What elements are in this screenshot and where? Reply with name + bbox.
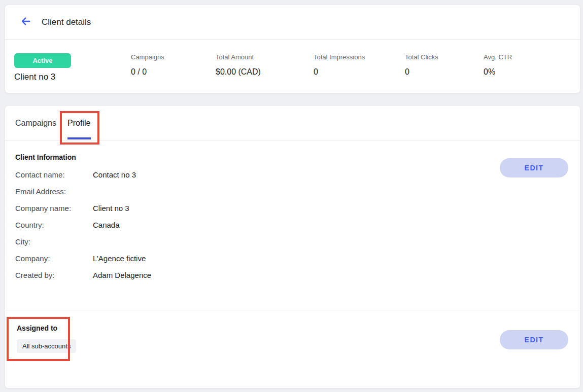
field-row-company-name: Company name:Client no 3 (15, 204, 129, 214)
field-label: Created by: (15, 271, 93, 279)
tab-campaigns[interactable]: Campaigns (15, 106, 56, 140)
field-row-email-address: Email Address: (15, 187, 93, 197)
assigned-to-title: Assigned to (17, 324, 57, 332)
field-value: L’Agence fictive (93, 254, 146, 263)
client-summary-row: Active Client no 3 Campaigns 0 / 0 Total… (5, 40, 580, 92)
field-label: Contact name: (15, 170, 93, 179)
stat-value: 0% (484, 67, 495, 77)
client-details-card: Campaigns Profile Client Information Con… (5, 106, 580, 388)
stat-value: 0 (314, 67, 318, 77)
field-label: Company name: (15, 204, 93, 212)
field-value: Client no 3 (93, 204, 129, 212)
field-label: Email Address: (15, 187, 93, 196)
assigned-chip: All sub-accounts (17, 339, 76, 353)
edit-profile-button[interactable]: EDIT (500, 158, 568, 177)
client-summary-card: Client details Active Client no 3 Campai… (5, 5, 580, 93)
stat-label: Total Amount (216, 53, 254, 61)
arrow-left-icon (20, 16, 31, 28)
field-row-contact-name: Contact name:Contact no 3 (15, 170, 136, 181)
stat-label: Total Impressions (314, 53, 365, 61)
status-badge: Active (14, 53, 71, 68)
field-row-city: City: (15, 237, 93, 247)
field-value: Contact no 3 (93, 170, 136, 179)
field-value: Canada (93, 221, 120, 229)
back-button[interactable] (18, 15, 33, 30)
field-row-company: Company:L’Agence fictive (15, 254, 146, 264)
field-label: Company: (15, 254, 93, 263)
client-name: Client no 3 (14, 72, 55, 82)
stat-value: $0.00 (CAD) (216, 67, 261, 77)
page-title: Client details (42, 17, 91, 27)
stat-label: Total Clicks (405, 53, 438, 61)
stat-value: 0 (405, 67, 409, 77)
field-row-country: Country:Canada (15, 221, 120, 231)
client-information-title: Client Information (15, 153, 76, 161)
stat-value: 0 / 0 (131, 67, 147, 77)
stat-label: Campaigns (131, 53, 164, 61)
tab-profile[interactable]: Profile (67, 106, 90, 140)
field-label: Country: (15, 221, 93, 229)
field-value: Adam Delagence (93, 271, 151, 279)
page-header: Client details (5, 5, 580, 40)
edit-assigned-button[interactable]: EDIT (500, 330, 568, 349)
tab-bar: Campaigns Profile (5, 106, 580, 140)
stat-label: Avg. CTR (484, 53, 512, 61)
active-tab-underline (67, 137, 91, 139)
section-divider (5, 310, 580, 310)
field-row-created-by: Created by:Adam Delagence (15, 271, 151, 281)
field-label: City: (15, 237, 93, 246)
